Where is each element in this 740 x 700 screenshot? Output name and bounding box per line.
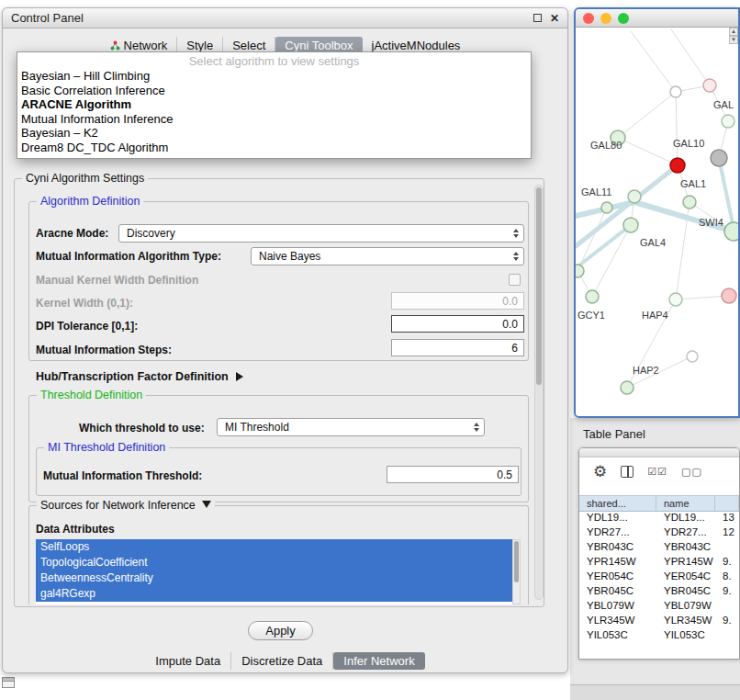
select-all-checkboxes-icon[interactable]: ☑☑ bbox=[647, 466, 667, 478]
algorithm-option[interactable]: ARACNE Algorithm bbox=[17, 97, 531, 112]
attribute-item[interactable]: gal4RGexp bbox=[36, 586, 512, 602]
network-node-hap2[interactable] bbox=[621, 381, 633, 394]
table-cell: YBR045C bbox=[656, 585, 715, 600]
which-threshold-select[interactable]: MI Threshold bbox=[217, 418, 485, 436]
scrollbar-thumb[interactable] bbox=[514, 541, 519, 582]
columns-icon[interactable] bbox=[621, 466, 633, 478]
network-node-gal11[interactable] bbox=[601, 202, 612, 213]
node-label: GAL11 bbox=[581, 186, 611, 198]
scroll-up-icon[interactable]: ▲ bbox=[729, 28, 738, 36]
mi-algorithm-type-select[interactable]: Naive Bayes bbox=[251, 247, 524, 265]
network-edge[interactable] bbox=[576, 225, 631, 268]
network-canvas[interactable]: GALGAL80GAL10GAL1GAL11SWI4GAL4HAP4GCY1HA… bbox=[576, 28, 738, 416]
table-cell: YLR345W bbox=[656, 615, 715, 629]
table-row[interactable]: YLR345WYLR345W9. bbox=[579, 615, 739, 629]
float-window-icon[interactable] bbox=[533, 14, 542, 22]
network-node[interactable] bbox=[576, 265, 584, 277]
table-header: shared...name bbox=[579, 495, 739, 512]
network-window-titlebar[interactable] bbox=[576, 9, 738, 28]
algorithm-option[interactable]: Bayesian – Hill Climbing bbox=[17, 69, 531, 84]
network-node-hap4[interactable] bbox=[669, 293, 682, 306]
network-node[interactable] bbox=[687, 351, 698, 362]
node-label: GAL1 bbox=[680, 178, 706, 189]
node-label: GCY1 bbox=[577, 310, 605, 321]
table-cell: YBR043C bbox=[579, 541, 656, 556]
network-node[interactable] bbox=[670, 86, 681, 97]
network-edge[interactable] bbox=[631, 31, 676, 92]
table-row[interactable]: YBR043CYBR043C bbox=[579, 541, 739, 556]
column-header[interactable] bbox=[715, 496, 739, 511]
algorithm-option[interactable]: Bayesian – K2 bbox=[17, 126, 531, 141]
apply-button[interactable]: Apply bbox=[248, 621, 313, 640]
network-edge[interactable] bbox=[618, 138, 678, 165]
mi-steps-field[interactable] bbox=[391, 339, 524, 356]
table-row[interactable]: YDL19...YDL19...13 bbox=[579, 512, 739, 526]
network-node[interactable] bbox=[711, 150, 727, 166]
network-edge[interactable] bbox=[592, 225, 631, 297]
combo-stepper-icon bbox=[469, 423, 484, 432]
attribute-item[interactable]: TopologicalCoefficient bbox=[36, 555, 512, 570]
sources-toggle[interactable]: Sources for Network Inference bbox=[37, 499, 215, 512]
table-row[interactable]: YER054CYER054C8. bbox=[579, 570, 739, 585]
dpi-tolerance-field[interactable] bbox=[391, 315, 524, 333]
attribute-item[interactable]: SelfLoops bbox=[36, 539, 512, 555]
network-node-gal10[interactable] bbox=[670, 158, 685, 173]
network-edge[interactable] bbox=[671, 29, 710, 85]
zoom-window-icon[interactable] bbox=[618, 13, 629, 24]
table-cell: YDR27... bbox=[579, 526, 656, 541]
network-edge[interactable] bbox=[576, 165, 678, 246]
column-header[interactable]: name bbox=[656, 496, 715, 511]
table-cell: YBR045C bbox=[579, 585, 656, 600]
network-node[interactable] bbox=[628, 190, 641, 203]
table-row[interactable]: YBR045CYBR045C9. bbox=[579, 585, 739, 600]
network-edge[interactable] bbox=[676, 92, 678, 165]
combo-stepper-icon bbox=[509, 252, 523, 261]
minimize-window-icon[interactable] bbox=[600, 13, 611, 24]
settings-scrollbar[interactable] bbox=[534, 185, 544, 600]
group-title: Algorithm Definition bbox=[37, 195, 143, 208]
group-title: Cyni Algorithm Settings bbox=[22, 172, 148, 185]
algorithm-option[interactable]: Mutual Information Inference bbox=[17, 112, 531, 127]
network-node[interactable] bbox=[703, 79, 716, 92]
mi-threshold-field[interactable] bbox=[387, 466, 519, 483]
table-window-titlebar[interactable] bbox=[579, 448, 739, 457]
hub-section-label: Hub/Transcription Factor Definition bbox=[36, 370, 229, 383]
scrollbar-thumb[interactable] bbox=[536, 187, 542, 385]
network-view-window: GALGAL80GAL10GAL1GAL11SWI4GAL4HAP4GCY1HA… bbox=[574, 7, 740, 418]
table-cell: YIL053C bbox=[579, 629, 656, 644]
table-row[interactable]: YIL053CYIL053C bbox=[579, 629, 739, 644]
algorithm-option[interactable]: Dream8 DC_TDC Algorithm bbox=[17, 141, 531, 155]
mi-threshold-label: Mutual Information Threshold: bbox=[43, 469, 202, 482]
network-node-swi4[interactable] bbox=[724, 222, 738, 241]
network-node[interactable] bbox=[722, 288, 736, 303]
node-label: SWI4 bbox=[699, 217, 723, 228]
attributes-scrollbar[interactable] bbox=[512, 539, 521, 604]
network-node-gal4[interactable] bbox=[623, 218, 638, 232]
table-row[interactable]: YPR145WYPR145W9. bbox=[579, 556, 739, 570]
attribute-item[interactable]: BetweennessCentrality bbox=[36, 570, 512, 586]
aracne-mode-select[interactable]: Discovery bbox=[118, 224, 524, 243]
close-window-icon[interactable] bbox=[583, 13, 594, 24]
gear-icon[interactable]: ⚙ bbox=[593, 462, 607, 481]
column-header[interactable]: shared... bbox=[579, 496, 656, 511]
algorithm-option[interactable]: Basic Correlation Inference bbox=[17, 84, 531, 98]
network-node-gal1[interactable] bbox=[683, 196, 696, 209]
collapsed-panel-icon[interactable] bbox=[2, 677, 15, 688]
clear-checkboxes-icon[interactable]: ▢▢ bbox=[681, 466, 702, 478]
manual-kernel-width-checkbox[interactable] bbox=[509, 274, 521, 286]
dropdown-placeholder: Select algorithm to view settings bbox=[17, 54, 531, 69]
table-row[interactable]: YBL079WYBL079W bbox=[579, 600, 739, 615]
hub-section-toggle[interactable]: Hub/Transcription Factor Definition bbox=[36, 370, 243, 383]
network-node-gcy1[interactable] bbox=[586, 290, 599, 303]
bottom-tab-impute-data[interactable]: Impute Data bbox=[145, 652, 231, 670]
network-edge[interactable] bbox=[618, 92, 676, 138]
scroll-down-icon[interactable]: ▼ bbox=[729, 36, 738, 44]
bottom-tab-discretize-data[interactable]: Discretize Data bbox=[231, 652, 333, 670]
chevron-right-icon bbox=[236, 372, 243, 381]
bottom-tab-infer-network[interactable]: Infer Network bbox=[333, 652, 424, 670]
table-row[interactable]: YDR27...YDR27...12 bbox=[579, 526, 739, 541]
control-panel-titlebar[interactable]: Control Panel ✕ bbox=[3, 8, 567, 28]
kernel-width-field[interactable] bbox=[391, 292, 524, 310]
close-icon[interactable]: ✕ bbox=[550, 14, 559, 23]
network-node-gal[interactable] bbox=[722, 115, 734, 128]
